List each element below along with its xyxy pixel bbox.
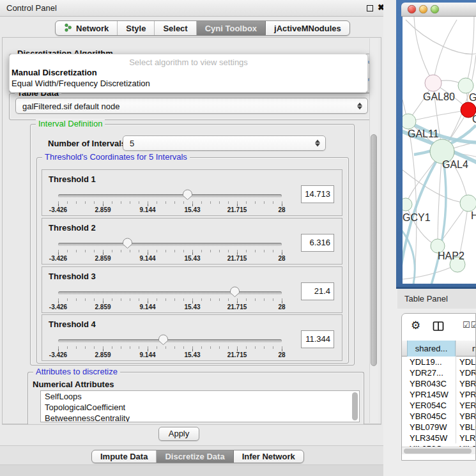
network-view-window[interactable]: GAL80 GA C GAL11 GAL4 GCY1 H HAP2	[396, 0, 476, 289]
tab-network[interactable]: Network	[56, 21, 118, 35]
combo-stepper-icon[interactable]	[357, 102, 362, 109]
select-columns-checkbox-icons[interactable]: ☑☑	[463, 320, 476, 330]
thresholds-coordinates-title: Threshold's Coordinates for 5 Intervals	[42, 153, 190, 162]
node-label-hap2: HAP2	[438, 250, 464, 261]
table-row[interactable]: YBL079W YBL0	[402, 422, 475, 433]
number-of-intervals-combobox[interactable]: 5	[123, 135, 326, 151]
attributes-group-title: Attributes to discretize	[33, 367, 120, 376]
viewport-divider	[2, 424, 381, 425]
control-panel-tabbar: Network Style Select Cyni Toolbox jActiv…	[55, 20, 350, 36]
combo-stepper-icon[interactable]	[315, 140, 320, 147]
minimize-traffic-light[interactable]	[419, 5, 427, 13]
scale-label: 15.43	[184, 206, 200, 213]
float-window-icon[interactable]	[367, 5, 373, 12]
columns-icon[interactable]	[433, 321, 444, 332]
tab-network-label: Network	[76, 24, 109, 33]
node-label-gal11: GAL11	[408, 128, 439, 139]
threshold-1-value-field[interactable]: 14.713	[301, 185, 334, 203]
node-ga[interactable]	[458, 78, 473, 93]
threshold-2-slider-track[interactable]	[58, 243, 282, 246]
threshold-1-slider-thumb[interactable]	[182, 189, 193, 200]
content-scrollbar-thumb[interactable]	[371, 134, 377, 366]
threshold-3-value-field[interactable]: 21.4	[301, 282, 334, 300]
scale-label: 28	[278, 351, 285, 358]
list-item-topologicalcoefficient[interactable]: TopologicalCoefficient	[41, 402, 359, 413]
popup-option-equal-width-frequency[interactable]: Equal Width/Frequency Discretization	[12, 79, 150, 88]
table-row[interactable]: YDL19... YDL1	[402, 357, 475, 367]
threshold-1-panel: Threshold 1 -3.426 2.859 9.144 15.43 21.…	[42, 169, 342, 216]
threshold-2-value-field[interactable]: 6.316	[301, 234, 334, 252]
tab-cyni-toolbox[interactable]: Cyni Toolbox	[197, 21, 266, 35]
app-window: Control Panel ✖ Network Style Select	[0, 0, 476, 476]
network-window-titlebar[interactable]	[401, 3, 476, 17]
network-canvas[interactable]: GAL80 GA C GAL11 GAL4 GCY1 H HAP2	[403, 17, 476, 284]
tab-impute-data[interactable]: Impute Data	[92, 450, 157, 463]
scale-label: 2.859	[95, 351, 111, 358]
table-row[interactable]: YPR145W YPR1	[402, 389, 475, 400]
horizontal-scrollbar-thumb[interactable]	[404, 449, 472, 454]
table-row[interactable]: YER054C YER0	[402, 400, 475, 411]
scale-label: 21.715	[227, 351, 247, 358]
gear-icon[interactable]: ⚙	[411, 319, 420, 332]
scale-label: 28	[278, 303, 285, 311]
list-item-betweennesscentrality[interactable]: BetweennessCentrality	[41, 413, 359, 422]
threshold-4-slider-thumb[interactable]	[158, 334, 169, 345]
threshold-2-slider-thumb[interactable]	[122, 238, 133, 249]
tab-style[interactable]: Style	[118, 21, 155, 35]
node-gal80[interactable]	[425, 75, 441, 91]
threshold-4-value-field[interactable]: 11.344	[301, 330, 334, 348]
tab-discretize-data[interactable]: Discretize Data	[157, 450, 233, 463]
node-gal11[interactable]	[403, 114, 416, 129]
number-of-intervals-value: 5	[130, 139, 134, 148]
table-panel-header: Table Panel	[397, 289, 476, 309]
slider-minor-ticks	[58, 346, 282, 349]
threshold-4-panel: Threshold 4 -3.426 2.859 9.144 15.43 21.…	[42, 314, 342, 361]
table-panel: ⚙ ☑☑ shared... n YDL19... YDL1 YDR27... …	[401, 313, 476, 461]
table-panel-title: Table Panel	[404, 294, 448, 303]
attributes-group: Attributes to discretize Numerical Attri…	[27, 372, 364, 424]
column-header-shared-name[interactable]: shared...	[407, 341, 456, 357]
threshold-1-slider-track[interactable]	[58, 194, 282, 197]
horizontal-scrollbar-track[interactable]	[402, 447, 475, 454]
table-row[interactable]: YLR345W YLR3	[402, 433, 475, 443]
slider-minor-ticks	[58, 298, 282, 301]
table-row[interactable]: YBR045C YBR0	[402, 411, 475, 422]
node-gcy1[interactable]	[403, 198, 412, 211]
control-panel-titlebar: Control Panel ✖	[0, 0, 383, 17]
list-item-selfloops[interactable]: SelfLoops	[41, 391, 359, 402]
scale-label: 28	[278, 255, 285, 262]
threshold-3-panel: Threshold 3 -3.426 2.859 9.144 15.43 21.…	[42, 266, 342, 313]
threshold-3-slider-thumb[interactable]	[229, 286, 240, 297]
tab-infer-network[interactable]: Infer Network	[234, 450, 303, 463]
threshold-4-slider-track[interactable]	[58, 339, 282, 342]
close-traffic-light[interactable]	[408, 5, 416, 13]
slider-minor-ticks	[58, 201, 282, 204]
scale-label: 9.144	[139, 303, 155, 311]
threshold-2-label: Threshold 2	[49, 223, 96, 233]
scale-label: 15.43	[184, 255, 200, 262]
tab-select[interactable]: Select	[155, 21, 196, 35]
popup-option-manual-discretization[interactable]: Manual Discretization	[12, 68, 97, 77]
algorithm-dropdown-popup: Select algorithm to view settings Manual…	[9, 54, 368, 93]
threshold-3-slider-track[interactable]	[58, 291, 282, 295]
scale-label: 9.144	[139, 206, 155, 213]
list-scrollbar[interactable]	[352, 392, 358, 420]
scale-label: 15.43	[184, 351, 200, 358]
zoom-traffic-light[interactable]	[431, 5, 439, 13]
scale-label: 9.144	[139, 255, 155, 262]
tab-jactivemnodules[interactable]: jActiveMNodules	[266, 21, 349, 35]
slider-minor-ticks	[58, 250, 282, 252]
table-row[interactable]: YDR27... YDR2	[402, 367, 475, 378]
bottom-strip	[0, 465, 383, 476]
table-data-value: galFiltered.sif default node	[22, 101, 119, 111]
table-row[interactable]: YBR043C YBR0	[402, 378, 475, 389]
table-data-combobox[interactable]: galFiltered.sif default node	[15, 98, 368, 114]
table-header-row: shared... n	[402, 341, 475, 357]
scale-label: 21.715	[227, 303, 247, 311]
node-h[interactable]	[460, 195, 476, 211]
apply-button[interactable]: Apply	[158, 427, 199, 441]
scale-label: 9.144	[139, 351, 155, 358]
node-label-gcy1: GCY1	[403, 212, 431, 223]
threshold-1-label: Threshold 1	[49, 174, 96, 184]
column-header-name[interactable]: n	[472, 341, 476, 357]
